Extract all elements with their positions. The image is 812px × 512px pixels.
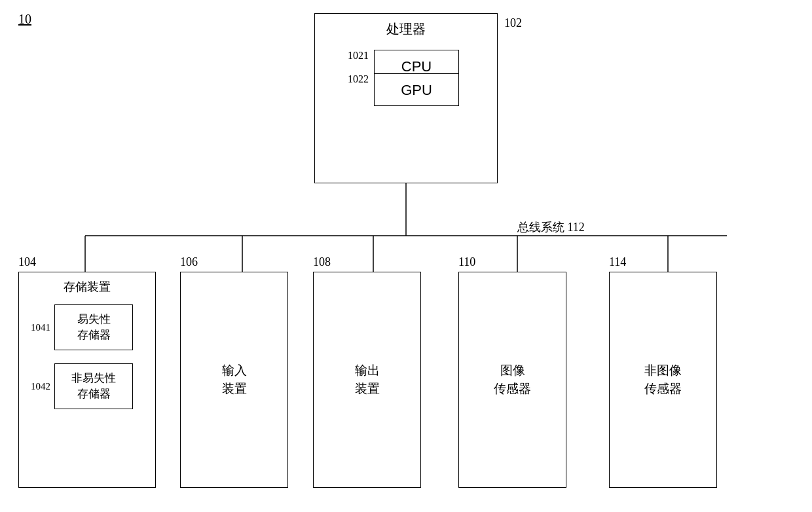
image-sensor-ref-label: 110 [458,255,475,269]
output-device-label: 输出装置 [355,361,380,399]
gpu-label: GPU [401,82,432,98]
output-device-box: 输出装置 [313,272,421,488]
volatile-memory-box: 易失性存储器 [54,304,133,350]
diagram: 10 处理器 1021 CPU 1022 GPU 102 总线系统 112 10… [0,0,812,512]
nonvolatile-memory-label: 非易失性存储器 [71,371,116,402]
gpu-box: GPU [374,73,459,106]
bus-label: 总线系统 112 [517,219,585,235]
cpu-label: CPU [401,58,432,75]
system-ref-label: 10 [18,12,31,27]
nonimage-sensor-box: 非图像传感器 [609,272,717,488]
gpu-ref-label: 1022 [348,73,369,84]
image-sensor-label: 图像传感器 [494,361,531,399]
storage-box: 存储装置 1041 易失性存储器 1042 非易失性存储器 [18,272,156,488]
volatile-memory-label: 易失性存储器 [77,312,111,343]
input-device-box: 输入装置 [180,272,288,488]
nonimage-sensor-ref-label: 114 [609,255,626,269]
processor-ref-label: 102 [504,16,522,30]
input-device-label: 输入装置 [222,361,247,399]
processor-box: 处理器 1021 CPU 1022 GPU [314,13,498,183]
processor-title: 处理器 [315,20,497,38]
nonvolatile-ref-label: 1042 [31,381,50,392]
image-sensor-box: 图像传感器 [458,272,566,488]
volatile-ref-label: 1041 [31,322,50,333]
input-ref-label: 106 [180,255,198,269]
storage-title: 存储装置 [19,279,155,295]
storage-ref-label: 104 [18,255,36,269]
cpu-ref-label: 1021 [348,50,369,61]
nonvolatile-memory-box: 非易失性存储器 [54,363,133,409]
output-ref-label: 108 [313,255,331,269]
nonimage-sensor-label: 非图像传感器 [644,361,682,399]
